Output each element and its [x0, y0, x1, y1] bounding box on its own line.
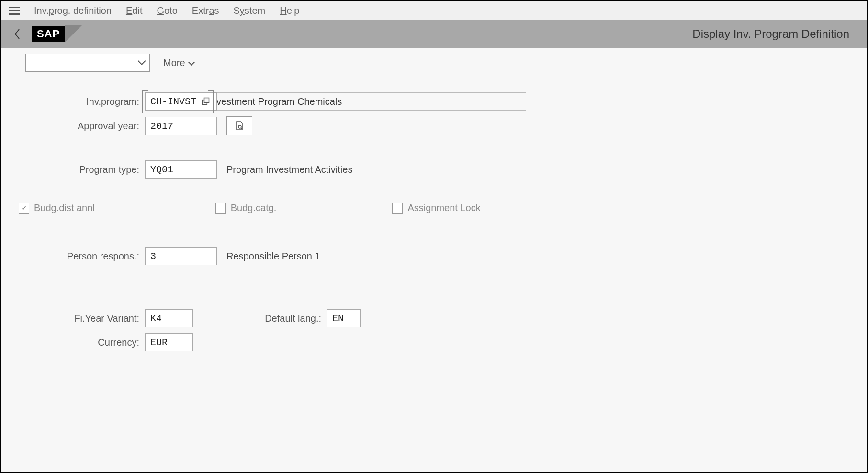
row-inv-program: Inv.program: CH-INVST vestment Program C… [16, 92, 852, 111]
menu-text: stem [245, 5, 265, 16]
menu-inv-prog-definition[interactable]: Inv.prog. definition [34, 5, 112, 16]
row-currency: Currency: EUR [16, 333, 852, 351]
svg-rect-1 [204, 98, 209, 103]
document-search-icon [234, 120, 245, 132]
menu-text: elp [287, 5, 300, 16]
menu-text: S [234, 5, 240, 16]
menu-goto[interactable]: Goto [157, 5, 177, 16]
menubar: Inv.prog. definition Edit Goto Extras Sy… [1, 1, 867, 20]
menu-help[interactable]: Help [280, 5, 299, 16]
menu-text: s [214, 5, 219, 16]
cb-label: Assignment Lock [407, 203, 480, 214]
menu-mnemonic: E [126, 5, 132, 16]
program-type-description: Program Investment Activities [217, 164, 352, 175]
program-type-input[interactable]: YQ01 [145, 160, 217, 179]
menu-text: dit [132, 5, 142, 16]
label-approval-year: Approval year: [16, 121, 145, 132]
titlebar: SAP Display Inv. Program Definition [1, 20, 867, 48]
row-program-type: Program type: YQ01 Program Investment Ac… [16, 160, 852, 179]
menu-mnemonic: a [209, 5, 214, 16]
fiyear-variant-input[interactable]: K4 [145, 309, 193, 327]
back-button[interactable] [9, 26, 25, 42]
checkbox-icon [19, 203, 29, 214]
sap-logo-triangle [65, 25, 82, 43]
sap-logo-text: SAP [32, 26, 65, 42]
app-window: Inv.prog. definition Edit Goto Extras Sy… [0, 0, 868, 473]
default-lang-input[interactable]: EN [327, 309, 361, 327]
transaction-dropdown[interactable] [25, 54, 150, 72]
structure-overview-button[interactable] [226, 116, 252, 135]
row-person-respons: Person respons.: 3 Responsible Person 1 [16, 247, 852, 265]
row-fiyear-lang: Fi.Year Variant: K4 Default lang.: EN [16, 309, 852, 327]
chevron-down-icon [189, 57, 194, 68]
menu-text: rog. definition [54, 5, 112, 16]
cb-budg-catg[interactable]: Budg.catg. [215, 203, 277, 214]
cb-label: Budg.catg. [231, 203, 277, 214]
label-currency: Currency: [16, 337, 145, 348]
menu-text: oto [164, 5, 178, 16]
row-approval-year: Approval year: 2017 [16, 116, 852, 135]
label-fiyear-variant: Fi.Year Variant: [16, 313, 145, 324]
menu-extras[interactable]: Extras [192, 5, 219, 16]
toolbar: More [1, 48, 867, 78]
cb-assignment-lock[interactable]: Assignment Lock [392, 203, 480, 214]
checkbox-icon [215, 203, 226, 214]
form-area: Inv.program: CH-INVST vestment Program C… [1, 78, 867, 472]
label-person-respons: Person respons.: [16, 251, 145, 262]
menu-mnemonic: G [157, 5, 164, 16]
cb-budg-dist-annl[interactable]: Budg.dist annl [19, 203, 95, 214]
inv-program-description: vestment Program Chemicals [210, 92, 526, 111]
menu-text: Inv. [34, 5, 49, 16]
more-label: More [163, 57, 185, 68]
menu-mnemonic: H [280, 5, 286, 16]
menu-system[interactable]: System [234, 5, 266, 16]
chevron-left-icon [13, 28, 21, 40]
person-respons-description: Responsible Person 1 [217, 251, 320, 262]
menu-mnemonic: y [240, 5, 245, 16]
label-inv-program: Inv.program: [16, 96, 145, 107]
inv-program-field-wrapper: CH-INVST [145, 92, 211, 111]
approval-year-input[interactable]: 2017 [145, 117, 217, 135]
menu-edit[interactable]: Edit [126, 5, 142, 16]
label-default-lang: Default lang.: [222, 313, 327, 324]
label-program-type: Program type: [16, 164, 145, 175]
page-title: Display Inv. Program Definition [692, 27, 859, 41]
more-button[interactable]: More [163, 57, 194, 68]
person-respons-input[interactable]: 3 [145, 247, 217, 265]
value-help-icon[interactable] [200, 96, 211, 107]
checkbox-row: Budg.dist annl Budg.catg. Assignment Loc… [16, 203, 852, 214]
currency-input[interactable]: EUR [145, 333, 193, 351]
checkbox-icon [392, 203, 403, 214]
chevron-down-icon [139, 58, 145, 68]
sap-logo: SAP [32, 25, 82, 43]
menu-mnemonic: p [49, 5, 54, 16]
hamburger-icon[interactable] [9, 7, 20, 15]
menu-text: Extr [192, 5, 209, 16]
cb-label: Budg.dist annl [34, 203, 95, 214]
